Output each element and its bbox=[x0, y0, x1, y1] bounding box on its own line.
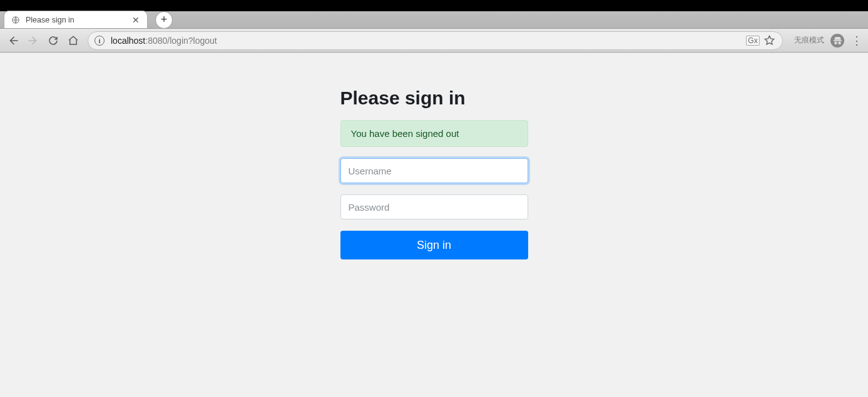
tab-title: Please sign in bbox=[26, 16, 131, 24]
back-button[interactable] bbox=[5, 33, 21, 49]
page-title: Please sign in bbox=[340, 88, 528, 109]
translate-icon[interactable]: Gx bbox=[746, 34, 760, 48]
address-bar: i localhost:8080/login?logout Gx 无痕模式 ⋮ bbox=[0, 29, 868, 53]
new-tab-button[interactable]: + bbox=[155, 11, 173, 29]
url-host: localhost bbox=[111, 36, 145, 46]
home-button[interactable] bbox=[65, 33, 81, 49]
url-bar[interactable]: i localhost:8080/login?logout Gx bbox=[88, 31, 783, 50]
username-input[interactable] bbox=[340, 158, 528, 183]
browser-right-controls: 无痕模式 ⋮ bbox=[794, 34, 863, 48]
tab-bar: Please sign in ✕ + bbox=[0, 11, 868, 29]
password-input[interactable] bbox=[340, 194, 528, 219]
incognito-label: 无痕模式 bbox=[794, 35, 824, 46]
url-text: localhost:8080/login?logout bbox=[111, 36, 743, 46]
forward-button[interactable] bbox=[25, 33, 41, 49]
browser-menu-icon[interactable]: ⋮ bbox=[850, 34, 863, 48]
bookmark-star-icon[interactable] bbox=[762, 34, 776, 48]
globe-icon bbox=[11, 15, 21, 25]
url-port: :8080 bbox=[145, 36, 167, 46]
site-info-icon[interactable]: i bbox=[94, 36, 105, 46]
logout-alert: You have been signed out bbox=[340, 120, 528, 147]
signin-button[interactable]: Sign in bbox=[340, 231, 528, 259]
browser-tab[interactable]: Please sign in ✕ bbox=[4, 11, 148, 28]
svg-marker-1 bbox=[765, 36, 774, 44]
reload-button[interactable] bbox=[45, 33, 61, 49]
url-path: /login?logout bbox=[167, 36, 217, 46]
incognito-icon[interactable] bbox=[830, 34, 844, 48]
page-content: Please sign in You have been signed out … bbox=[0, 53, 868, 397]
tab-close-icon[interactable]: ✕ bbox=[131, 15, 141, 25]
login-form: Please sign in You have been signed out … bbox=[340, 88, 528, 397]
